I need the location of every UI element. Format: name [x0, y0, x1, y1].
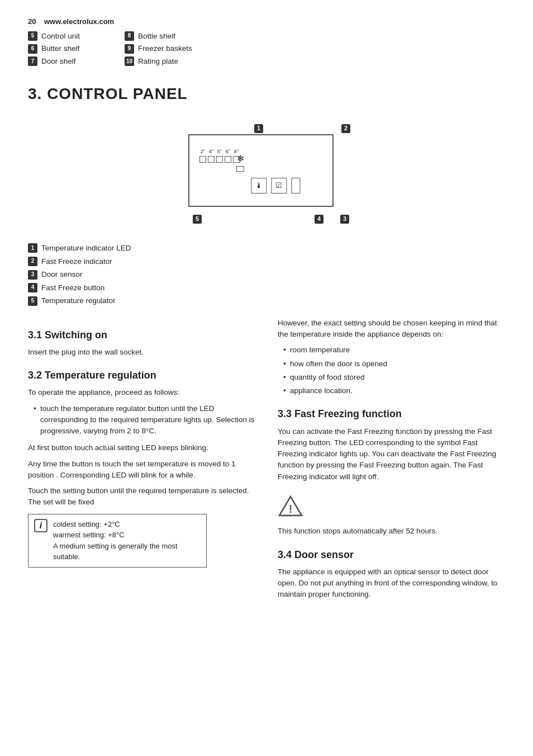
- tall-btn: [291, 178, 300, 193]
- part-badge-8: 8: [125, 31, 134, 41]
- legend-item-4: 4Fast Freeze button: [28, 282, 505, 294]
- legend-item-2: 2Fast Freeze indicator: [28, 256, 505, 267]
- part-item-8: 8Bottle shelf: [125, 31, 192, 42]
- legend-label-5: Temperature regulator: [41, 295, 116, 306]
- part-item-9: 9Freezer baskets: [125, 43, 192, 54]
- subsec-3-2-para3: Touch the setting button until the requi…: [28, 485, 255, 508]
- legend-badge-2: 2: [28, 257, 37, 266]
- part-label-7: Door shelf: [41, 56, 76, 67]
- legend-badge-4: 4: [28, 283, 37, 292]
- diag-num-3: 3: [340, 215, 349, 224]
- led-temps: 2° 4° 5° 6°: [199, 148, 240, 163]
- diag-num-1: 1: [254, 124, 263, 133]
- parts-header: 5Control unit6Butter shelf7Door shelf 8B…: [28, 31, 505, 67]
- right-bullet-item: how often the door is opened: [283, 358, 505, 370]
- part-label-5: Control unit: [41, 31, 80, 42]
- snowflake-area: ❄: [236, 152, 244, 172]
- info-line: coldest setting: +2°C: [53, 519, 201, 530]
- col-right: However, the exact setting should be cho…: [278, 318, 505, 605]
- legend-item-5: 5Temperature regulator: [28, 295, 505, 306]
- subsec-3-2-title: 3.2 Temperature regulation: [28, 368, 255, 382]
- subsec-3-4-name: Door sensor: [294, 549, 354, 560]
- diagram-box: 2° 4° 5° 6°: [188, 134, 334, 207]
- page-number: 20 www.electrolux.com: [28, 17, 505, 27]
- col-left: 3.1 Switching on Insert the plug into th…: [28, 318, 255, 605]
- subsec-3-2-para2: Any time the button is touch the set tem…: [28, 459, 255, 481]
- right-bullets: room temperaturehow often the door is op…: [278, 344, 505, 396]
- section-title: 3. CONTROL PANEL: [28, 83, 505, 106]
- diag-num-4: 4: [315, 215, 323, 224]
- part-badge-5: 5: [28, 31, 37, 41]
- parts-left-col: 5Control unit6Butter shelf7Door shelf: [28, 31, 80, 67]
- subsec-3-1-title: 3.1 Switching on: [28, 328, 255, 342]
- warning-icon: !: [278, 495, 303, 517]
- part-item-10: 10Rating plate: [125, 56, 192, 67]
- subsec-3-3-name: Fast Freezing function: [294, 408, 402, 419]
- legend-label-4: Fast Freeze button: [41, 282, 104, 294]
- section-name: CONTROL PANEL: [47, 85, 188, 102]
- subsec-3-2-name: Temperature regulation: [45, 370, 156, 381]
- parts-legend: 1Temperature indicator LED2Fast Freeze i…: [28, 243, 505, 306]
- buttons-row: 🌡 ☑: [251, 178, 300, 193]
- subsec-3-4-body: The appliance is equipped with an optica…: [278, 566, 505, 601]
- subsec-3-2-num: 3.2: [28, 370, 42, 381]
- subsec-3-1-name: Switching on: [45, 329, 107, 341]
- part-label-8: Bottle shelf: [138, 31, 175, 42]
- info-text: coldest setting: +2°Cwarmest setting: +8…: [53, 519, 201, 563]
- subsec-3-1-body: Insert the plug into the wall socket.: [28, 347, 255, 358]
- part-badge-10: 10: [125, 56, 134, 66]
- legend-badge-3: 3: [28, 270, 37, 280]
- check-btn: ☑: [271, 178, 287, 193]
- part-label-6: Butter shelf: [41, 43, 79, 54]
- subsec-3-2-intro: To operate the appliance, proceed as fol…: [28, 387, 255, 398]
- parts-right-col: 8Bottle shelf9Freezer baskets10Rating pl…: [125, 31, 192, 67]
- website-text: www.electrolux.com: [44, 17, 114, 26]
- led-2: 2°: [199, 148, 206, 163]
- info-line: warmest setting: +8°C: [53, 530, 201, 541]
- led-4: 4°: [208, 148, 215, 163]
- page-num-text: 20: [28, 17, 36, 26]
- subsec-3-3-warning: This function stops automatically after …: [278, 526, 505, 537]
- part-badge-7: 7: [28, 56, 37, 66]
- control-panel-diagram: 1 2 2° 4° 5°: [28, 117, 505, 229]
- legend-item-3: 3Door sensor: [28, 269, 505, 280]
- part-label-10: Rating plate: [138, 56, 178, 67]
- snowflake-icon: ❄: [237, 152, 244, 165]
- snow-rect: [236, 166, 244, 172]
- subsec-3-3-title: 3.3 Fast Freezing function: [278, 407, 505, 421]
- part-badge-9: 9: [125, 44, 134, 54]
- subsec-3-2-para1: At first button touch actual setting LED…: [28, 442, 255, 453]
- subsec-3-2-bullets: touch the temperature regulator button u…: [28, 403, 255, 437]
- legend-label-3: Door sensor: [41, 269, 83, 280]
- legend-badge-5: 5: [28, 296, 37, 306]
- right-bullet-item: quantity of food stored: [283, 372, 505, 383]
- legend-label-2: Fast Freeze indicator: [41, 256, 112, 267]
- thermometer-btn: 🌡: [251, 178, 266, 193]
- diagram-wrapper: 1 2 2° 4° 5°: [172, 117, 361, 229]
- subsec-3-3-num: 3.3: [278, 408, 292, 419]
- info-box: i coldest setting: +2°Cwarmest setting: …: [28, 514, 207, 568]
- diag-num-5: 5: [193, 215, 202, 224]
- subsec-3-1-num: 3.1: [28, 329, 42, 341]
- part-badge-6: 6: [28, 44, 37, 54]
- info-line: A medium setting is generally the most s…: [53, 541, 201, 563]
- info-icon: i: [34, 519, 47, 532]
- led-5: 5°: [216, 148, 223, 163]
- subsec-3-4-title: 3.4 Door sensor: [278, 547, 505, 562]
- right-bullet-item: room temperature: [283, 344, 505, 356]
- legend-item-1: 1Temperature indicator LED: [28, 243, 505, 254]
- legend-badge-1: 1: [28, 243, 37, 253]
- subsec-3-3-body: You can activate the Fast Freezing funct…: [278, 426, 505, 483]
- right-intro: However, the exact setting should be cho…: [278, 318, 505, 341]
- part-item-7: 7Door shelf: [28, 56, 80, 67]
- diag-num-2: 2: [341, 124, 350, 133]
- right-bullet-item: appliance location.: [283, 385, 505, 396]
- two-col-layout: 3.1 Switching on Insert the plug into th…: [28, 318, 505, 605]
- legend-label-1: Temperature indicator LED: [41, 243, 131, 254]
- part-label-9: Freezer baskets: [138, 43, 192, 54]
- subsec-3-4-num: 3.4: [278, 549, 292, 560]
- part-item-5: 5Control unit: [28, 31, 80, 42]
- svg-text:!: !: [289, 503, 293, 515]
- led-row: 2° 4° 5° 6°: [199, 145, 261, 165]
- part-item-6: 6Butter shelf: [28, 43, 80, 54]
